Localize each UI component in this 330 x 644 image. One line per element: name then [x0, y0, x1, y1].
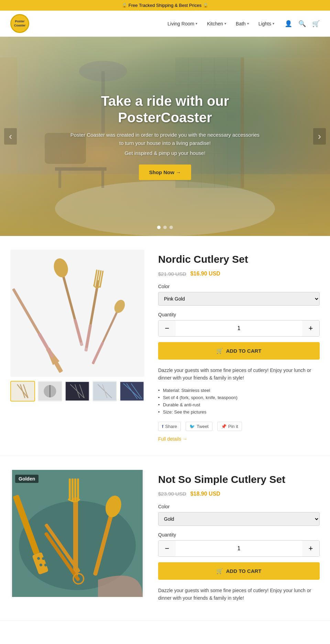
- hero-dots: [157, 226, 173, 229]
- hero-dot-2[interactable]: [163, 226, 167, 229]
- product-2-info: Not So Simple Cutlery Set $23.90 USD $18…: [158, 470, 320, 607]
- cutlery-svg-golden: [10, 470, 144, 597]
- product-1-color-label: Color: [158, 284, 320, 289]
- hero-cta-button[interactable]: Shop Now →: [139, 165, 191, 180]
- product-1-new-price: $16.90 USD: [190, 271, 220, 277]
- thumbnail-3[interactable]: [65, 381, 90, 402]
- product-1-description: Dazzle your guests with some fine pieces…: [158, 366, 320, 382]
- product-2-qty-input[interactable]: [176, 541, 302, 556]
- hero-subtitle: Poster Coaster was created in order to p…: [69, 131, 261, 147]
- product-1-color-select[interactable]: Pink Gold Black Silver Gold: [158, 292, 320, 306]
- hero-title: Take a ride with our PosterCoaster: [69, 93, 261, 126]
- bullet-2: Set of 4 (fork, spoon, knife, teaspoon): [158, 394, 320, 401]
- product-1-title: Nordic Cutlery Set: [158, 253, 320, 265]
- product-2-quantity-row: − +: [158, 540, 320, 557]
- chevron-down-icon: ▾: [196, 22, 197, 25]
- hero-prev-button[interactable]: ‹: [4, 128, 17, 145]
- product-2-images: Golden: [10, 470, 144, 607]
- product-1-quantity-row: − +: [158, 320, 320, 337]
- share-twitter-button[interactable]: 🐦 Tweet: [186, 422, 212, 431]
- hero-content: Take a ride with our PosterCoaster Poste…: [62, 86, 268, 187]
- thumbnail-5[interactable]: [120, 381, 144, 402]
- product-2-add-to-cart-button[interactable]: 🛒 ADD TO CART: [158, 562, 320, 580]
- hero-next-button[interactable]: ›: [313, 128, 326, 145]
- facebook-icon: f: [162, 424, 163, 429]
- product-1-section: Nordic Cutlery Set $21.90 USD $16.90 USD…: [0, 236, 330, 456]
- hero-tagline: Get inspired & pimp up your house!: [69, 150, 261, 156]
- nav-bath[interactable]: Bath ▾: [236, 21, 249, 26]
- product-2-new-price: $18.90 USD: [190, 491, 220, 497]
- product-2-description: Dazzle your guests with some fine pieces…: [158, 587, 320, 602]
- share-pinterest-button[interactable]: 📌 Pin it: [217, 422, 242, 431]
- product-1-bullets: Material: Stainless steel Set of 4 (fork…: [158, 387, 320, 416]
- product-1-price-row: $21.90 USD $16.90 USD: [158, 271, 320, 277]
- svg-rect-70: [77, 478, 79, 501]
- product-2-qty-decrease[interactable]: −: [158, 541, 176, 556]
- product-1-thumbnails: [10, 381, 144, 402]
- product-1-full-details-link[interactable]: Full details →: [158, 436, 187, 442]
- header-icons: 👤 🔍 🛒: [285, 20, 320, 27]
- product-1-qty-increase[interactable]: +: [302, 320, 319, 336]
- pinterest-icon: 📌: [221, 424, 227, 429]
- product-2-qty-increase[interactable]: +: [302, 541, 319, 556]
- product-1-old-price: $21.90 USD: [158, 271, 186, 277]
- product-1-qty-decrease[interactable]: −: [158, 320, 176, 336]
- product-2-color-select[interactable]: Gold Black Silver Pink: [158, 512, 320, 526]
- product-2-old-price: $23.90 USD: [158, 491, 186, 497]
- product-1-images: [10, 250, 144, 442]
- product-2-section: Golden: [0, 456, 330, 621]
- chevron-down-icon: ▾: [273, 22, 274, 25]
- product-1-main-image: [10, 250, 144, 377]
- product-2-title: Not So Simple Cutlery Set: [158, 473, 320, 486]
- main-nav: Living Room ▾ Kitchen ▾ Bath ▾ Lights ▾: [167, 21, 274, 26]
- product-1-quantity-label: Quantity: [158, 312, 320, 317]
- twitter-icon: 🐦: [189, 424, 195, 429]
- hero-section: Take a ride with our PosterCoaster Poste…: [0, 37, 330, 236]
- product-2-price-row: $23.90 USD $18.90 USD: [158, 491, 320, 497]
- share-facebook-button[interactable]: f Share: [158, 422, 181, 431]
- svg-rect-67: [69, 478, 71, 501]
- cart-icon[interactable]: 🛒: [312, 20, 320, 27]
- product-1-social-row: f Share 🐦 Tweet 📌 Pin it: [158, 422, 320, 431]
- user-icon[interactable]: 👤: [285, 20, 292, 27]
- chevron-down-icon: ▾: [224, 22, 226, 25]
- svg-rect-2: [0, 57, 17, 188]
- search-icon[interactable]: 🔍: [298, 20, 306, 27]
- nav-kitchen[interactable]: Kitchen ▾: [207, 21, 226, 26]
- header: PosterCoaster Living Room ▾ Kitchen ▾ Ba…: [0, 11, 330, 37]
- svg-rect-23: [12, 250, 143, 377]
- svg-rect-7: [58, 171, 61, 188]
- logo-area[interactable]: PosterCoaster: [10, 14, 29, 33]
- bullet-1: Material: Stainless steel: [158, 387, 320, 394]
- hero-dot-1[interactable]: [157, 226, 161, 229]
- thumbnail-1[interactable]: [10, 381, 35, 402]
- top-banner: 🔒 Free Tracked Shipping & Best Prices 🔒: [0, 0, 330, 11]
- bullet-3: Durable & anti-rust: [158, 401, 320, 408]
- product-2-quantity-label: Quantity: [158, 532, 320, 538]
- cutlery-svg-pink-gold: [10, 250, 144, 377]
- logo[interactable]: PosterCoaster: [10, 14, 29, 33]
- nav-living-room[interactable]: Living Room ▾: [167, 21, 197, 26]
- cart-icon: 🛒: [216, 568, 223, 574]
- bullet-4: Size: See the pictures: [158, 408, 320, 416]
- hero-dot-3[interactable]: [169, 226, 173, 229]
- product-2-badge: Golden: [15, 475, 38, 483]
- product-1-add-to-cart-button[interactable]: 🛒 ADD TO CART: [158, 342, 320, 360]
- svg-rect-68: [72, 478, 74, 501]
- thumbnail-2[interactable]: [38, 381, 63, 402]
- product-2-main-image: Golden: [10, 470, 144, 597]
- product-1-qty-input[interactable]: [176, 320, 302, 336]
- banner-text: 🔒 Free Tracked Shipping & Best Prices 🔒: [122, 3, 208, 8]
- product-2-color-label: Color: [158, 504, 320, 509]
- thumbnail-4[interactable]: [92, 381, 117, 402]
- chevron-down-icon: ▾: [247, 22, 249, 25]
- product-1-info: Nordic Cutlery Set $21.90 USD $16.90 USD…: [158, 250, 320, 442]
- cart-icon: 🛒: [216, 348, 223, 354]
- svg-rect-69: [74, 478, 76, 501]
- nav-lights[interactable]: Lights ▾: [258, 21, 274, 26]
